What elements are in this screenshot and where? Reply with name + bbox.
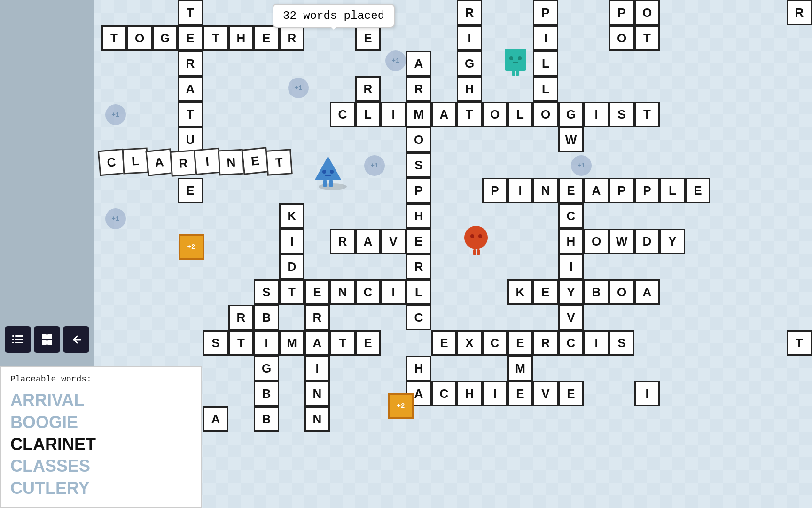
tile: R bbox=[533, 330, 558, 356]
svg-point-13 bbox=[470, 234, 474, 238]
tile: N bbox=[330, 279, 355, 305]
tile: R bbox=[228, 305, 254, 330]
score-badge: +1 bbox=[385, 50, 406, 71]
toolbar bbox=[5, 326, 89, 353]
tile: O bbox=[609, 279, 634, 305]
word-list: ARRIVAL BOOGIE CLARINET CLASSES CUTLERY bbox=[10, 389, 192, 500]
word-list-panel: Placeable words: ARRIVAL BOOGIE CLARINET… bbox=[0, 366, 202, 508]
tile: D bbox=[634, 229, 660, 254]
tile: L bbox=[533, 51, 558, 76]
tile: T bbox=[178, 102, 203, 127]
word-item-cutlery[interactable]: CUTLERY bbox=[10, 477, 192, 500]
tile: B bbox=[254, 381, 279, 406]
score-badge: +1 bbox=[105, 208, 126, 229]
tile: O bbox=[533, 102, 558, 127]
tile: I bbox=[381, 102, 406, 127]
tile: I bbox=[304, 356, 330, 381]
tile: S bbox=[254, 279, 279, 305]
tile: I bbox=[457, 25, 482, 51]
bonus-tile: +2 bbox=[179, 234, 204, 260]
blue-character bbox=[314, 155, 342, 188]
tile: I bbox=[634, 381, 660, 406]
tile: O bbox=[634, 0, 660, 25]
score-badge: +1 bbox=[105, 104, 126, 125]
svg-rect-24 bbox=[47, 334, 52, 339]
tile: E bbox=[508, 330, 533, 356]
tile: M bbox=[279, 330, 304, 356]
tile: E bbox=[178, 25, 203, 51]
tile: A bbox=[355, 229, 381, 254]
tile: T bbox=[634, 25, 660, 51]
tile: C bbox=[330, 102, 355, 127]
tile: B bbox=[584, 279, 609, 305]
tile: O bbox=[127, 25, 152, 51]
word-item-boogie[interactable]: BOOGIE bbox=[10, 412, 192, 434]
tile: V bbox=[533, 381, 558, 406]
score-badge: +1 bbox=[364, 155, 385, 176]
svg-rect-19 bbox=[15, 342, 23, 343]
tile-placing: N bbox=[218, 149, 245, 176]
tile: E bbox=[355, 330, 381, 356]
tile: I bbox=[254, 330, 279, 356]
tile: I bbox=[584, 102, 609, 127]
tile: T bbox=[102, 25, 127, 51]
svg-point-2 bbox=[518, 56, 522, 60]
tile: Y bbox=[558, 279, 584, 305]
tile: L bbox=[355, 102, 381, 127]
tile: R bbox=[787, 0, 812, 25]
tile: R bbox=[457, 0, 482, 25]
svg-rect-4 bbox=[512, 71, 515, 76]
tile: I bbox=[508, 178, 533, 203]
tile: G bbox=[152, 25, 178, 51]
svg-rect-21 bbox=[12, 339, 14, 340]
tile: O bbox=[482, 102, 508, 127]
tile: A bbox=[203, 406, 228, 432]
tile: K bbox=[279, 203, 304, 229]
svg-point-8 bbox=[330, 170, 334, 174]
tile: H bbox=[406, 356, 431, 381]
back-button[interactable] bbox=[63, 326, 89, 353]
tile-placing: L bbox=[122, 148, 149, 175]
tile: C bbox=[558, 203, 584, 229]
svg-rect-11 bbox=[329, 180, 333, 187]
tile: E bbox=[406, 229, 431, 254]
tile: T bbox=[457, 102, 482, 127]
tile-placing: C bbox=[98, 149, 125, 176]
tile: C bbox=[355, 279, 381, 305]
tile: V bbox=[381, 229, 406, 254]
word-item-arrival[interactable]: ARRIVAL bbox=[10, 389, 192, 412]
tile: A bbox=[304, 330, 330, 356]
tile: N bbox=[304, 381, 330, 406]
list-view-button[interactable] bbox=[5, 326, 31, 353]
tile: P bbox=[609, 178, 634, 203]
word-item-classes[interactable]: CLASSES bbox=[10, 455, 192, 477]
grid-view-button[interactable] bbox=[34, 326, 60, 353]
tile: S bbox=[609, 330, 634, 356]
word-item-clarinet[interactable]: CLARINET bbox=[10, 434, 192, 456]
tooltip: 32 words placed bbox=[273, 4, 395, 28]
tile: I bbox=[279, 229, 304, 254]
tile: A bbox=[406, 51, 431, 76]
tile: T bbox=[178, 0, 203, 25]
tile: N bbox=[533, 178, 558, 203]
tile: R bbox=[178, 51, 203, 76]
svg-point-7 bbox=[322, 170, 326, 174]
svg-point-12 bbox=[464, 226, 488, 249]
tile: R bbox=[279, 25, 304, 51]
tile: H bbox=[406, 203, 431, 229]
tile: C bbox=[558, 330, 584, 356]
tile: P bbox=[533, 0, 558, 25]
tile: T bbox=[787, 330, 812, 356]
score-badge: +1 bbox=[571, 155, 592, 176]
tile: E bbox=[355, 25, 381, 51]
tile: E bbox=[558, 381, 584, 406]
tile: E bbox=[533, 279, 558, 305]
tile: S bbox=[203, 330, 228, 356]
tile: M bbox=[508, 356, 533, 381]
tile-placing: A bbox=[145, 148, 173, 176]
tile: T bbox=[330, 330, 355, 356]
tile: U bbox=[178, 127, 203, 152]
tile-placing: E bbox=[241, 147, 269, 175]
tile: C bbox=[431, 381, 457, 406]
tile: B bbox=[254, 406, 279, 432]
